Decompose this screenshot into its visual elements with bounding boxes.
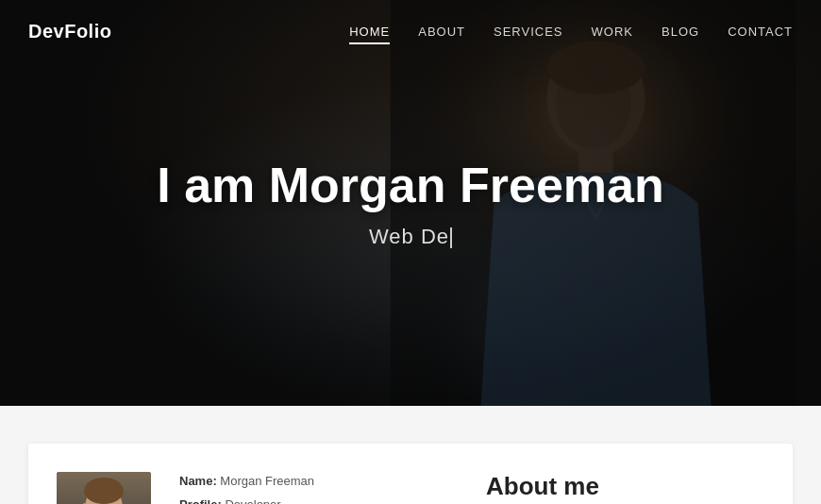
profile-value: Developer bbox=[225, 497, 280, 504]
nav-link-home[interactable]: HOME bbox=[349, 25, 390, 39]
about-profile-row: Profile: Developer bbox=[179, 496, 458, 504]
nav-link-contact[interactable]: CONTACT bbox=[728, 25, 793, 39]
brand-logo[interactable]: DevFolio bbox=[28, 21, 111, 42]
hero-subtitle: Web De bbox=[0, 225, 821, 249]
nav-item-services[interactable]: SERVICES bbox=[494, 23, 563, 40]
about-right: About me bbox=[486, 472, 764, 504]
svg-point-6 bbox=[556, 59, 631, 149]
nav-item-blog[interactable]: BLOG bbox=[662, 23, 699, 40]
nav-item-home[interactable]: HOME bbox=[349, 23, 390, 40]
about-section: Name: Morgan Freeman Profile: Developer … bbox=[0, 406, 821, 504]
about-heading: About me bbox=[486, 472, 764, 501]
nav-link-blog[interactable]: BLOG bbox=[662, 25, 699, 39]
svg-point-10 bbox=[84, 478, 124, 504]
about-info: Name: Morgan Freeman Profile: Developer bbox=[179, 472, 458, 504]
navbar: DevFolio HOME ABOUT SERVICES WORK BLOG C… bbox=[0, 0, 821, 62]
hero-content: I am Morgan Freeman Web De bbox=[0, 157, 821, 249]
nav-item-work[interactable]: WORK bbox=[592, 23, 633, 40]
avatar-image bbox=[57, 472, 151, 504]
about-avatar bbox=[57, 472, 151, 504]
name-value: Morgan Freeman bbox=[220, 474, 314, 488]
nav-link-work[interactable]: WORK bbox=[592, 25, 633, 39]
hero-section: DevFolio HOME ABOUT SERVICES WORK BLOG C… bbox=[0, 0, 821, 406]
nav-link-about[interactable]: ABOUT bbox=[418, 25, 465, 39]
nav-link-services[interactable]: SERVICES bbox=[494, 25, 563, 39]
about-name-row: Name: Morgan Freeman bbox=[179, 472, 458, 492]
typing-cursor bbox=[450, 227, 452, 248]
nav-links: HOME ABOUT SERVICES WORK BLOG CONTACT bbox=[349, 23, 793, 40]
hero-title: I am Morgan Freeman bbox=[0, 157, 821, 213]
about-card: Name: Morgan Freeman Profile: Developer … bbox=[28, 444, 793, 504]
nav-item-about[interactable]: ABOUT bbox=[418, 23, 465, 40]
profile-label: Profile: bbox=[179, 497, 225, 504]
name-label: Name: bbox=[179, 474, 220, 488]
nav-item-contact[interactable]: CONTACT bbox=[728, 23, 793, 40]
